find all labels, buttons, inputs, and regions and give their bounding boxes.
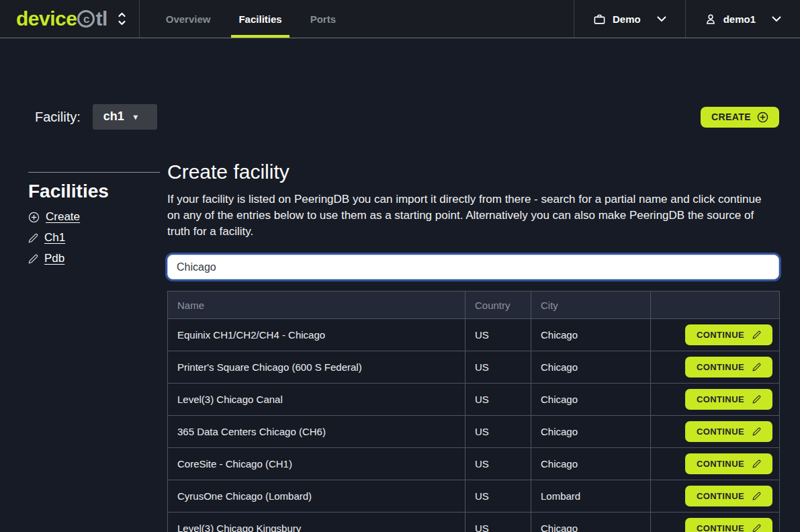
topbar-divider (139, 0, 140, 38)
cell-action: CONTINUE (651, 480, 780, 513)
tab-facilities[interactable]: Facilities (224, 0, 296, 38)
page-description: If your facility is listed on PeeringDB … (167, 191, 772, 240)
table-header-row: Name Country City (168, 292, 780, 319)
main-nav: Overview Facilities Ports (152, 0, 350, 38)
topbar: devicectl Overview Facilities Ports Demo (0, 0, 800, 38)
logo-circled-c-icon: c (77, 10, 95, 28)
cell-action: CONTINUE (651, 351, 780, 384)
continue-button[interactable]: CONTINUE (685, 357, 772, 378)
cell-city: Chicago (531, 319, 651, 351)
sidebar-title: Facilities (28, 181, 160, 202)
continue-button[interactable]: CONTINUE (685, 453, 772, 474)
org-menu-label: Demo (613, 13, 641, 25)
continue-button[interactable]: CONTINUE (685, 324, 772, 345)
cell-city: Lombard (531, 480, 651, 513)
cell-action: CONTINUE (651, 416, 780, 448)
cell-country: US (465, 448, 531, 480)
org-menu[interactable]: Demo (574, 0, 685, 38)
sidebar-item-create[interactable]: Create (28, 210, 160, 224)
pencil-icon (752, 330, 761, 339)
facilities-sidebar: Facilities Create Ch1 Pdb (28, 172, 160, 273)
continue-button[interactable]: CONTINUE (685, 421, 772, 442)
cell-country: US (465, 319, 531, 351)
caret-down-icon: ▾ (134, 112, 138, 122)
cell-name: CyrusOne Chicago (Lombard) (168, 480, 465, 513)
cell-country: US (465, 351, 531, 384)
cell-country: US (465, 480, 531, 513)
cell-country: US (465, 416, 531, 448)
user-menu-label: demo1 (723, 13, 756, 25)
cell-name: Level(3) Chicago Canal (168, 384, 465, 416)
table-row: CyrusOne Chicago (Lombard) US Lombard CO… (168, 480, 780, 513)
person-icon (705, 13, 717, 26)
sidebar-item-label: Ch1 (44, 231, 65, 245)
pencil-icon (752, 363, 761, 371)
facility-select[interactable]: ch1 ▾ (93, 104, 157, 130)
logo-gray-text: tl (95, 7, 107, 30)
column-header-country: Country (465, 292, 531, 319)
plus-circle-icon (28, 212, 40, 223)
cell-country: US (465, 384, 531, 416)
user-menu[interactable]: demo1 (686, 0, 800, 38)
briefcase-icon (593, 13, 606, 26)
page-title: Create facility (167, 161, 779, 183)
column-header-city: City (531, 292, 651, 319)
pencil-icon (752, 427, 761, 436)
cell-action: CONTINUE (651, 384, 780, 416)
cell-country: US (465, 513, 531, 532)
create-facility-panel: Create facility If your facility is list… (167, 161, 779, 532)
chevron-down-icon (657, 16, 666, 22)
cell-name: 365 Data Centers Chicago (CH6) (168, 416, 465, 448)
pencil-icon (752, 395, 761, 404)
plus-circle-icon (757, 112, 768, 123)
facility-results-table: Name Country City Equinix CH1/CH2/CH4 - … (167, 291, 780, 532)
column-header-action (651, 292, 780, 319)
pencil-icon (28, 233, 38, 243)
cell-name: CoreSite - Chicago (CH1) (168, 448, 465, 480)
app-logo[interactable]: devicectl (16, 7, 107, 30)
pencil-icon (752, 524, 761, 532)
sidebar-item-ch1[interactable]: Ch1 (28, 231, 160, 245)
facility-label: Facility: (35, 109, 81, 125)
pencil-icon (28, 254, 38, 264)
table-row: 365 Data Centers Chicago (CH6) US Chicag… (168, 416, 780, 448)
sidebar-divider (28, 172, 160, 173)
pencil-icon (752, 492, 761, 500)
cell-city: Chicago (531, 351, 651, 384)
create-button[interactable]: CREATE (701, 107, 779, 128)
peeringdb-search-input[interactable] (167, 255, 779, 279)
table-row: Level(3) Chicago Canal US Chicago CONTIN… (168, 384, 780, 416)
table-row: Equinix CH1/CH2/CH4 - Chicago US Chicago… (168, 319, 780, 351)
chevron-down-icon (772, 16, 781, 22)
unfold-icon[interactable] (117, 11, 127, 26)
cell-city: Chicago (531, 513, 651, 532)
cell-name: Equinix CH1/CH2/CH4 - Chicago (168, 319, 465, 351)
cell-action: CONTINUE (651, 513, 780, 532)
cell-action: CONTINUE (651, 319, 780, 351)
continue-button[interactable]: CONTINUE (685, 389, 772, 410)
facility-toolbar: Facility: ch1 ▾ CREATE (35, 103, 779, 130)
cell-name: Printer's Square Chicago (600 S Federal) (168, 351, 465, 384)
sidebar-item-label: Create (46, 210, 80, 224)
tab-overview[interactable]: Overview (152, 0, 225, 38)
cell-city: Chicago (531, 384, 651, 416)
sidebar-item-pdb[interactable]: Pdb (28, 252, 160, 265)
facility-select-value: ch1 (103, 109, 124, 124)
table-row: Printer's Square Chicago (600 S Federal)… (168, 351, 780, 384)
continue-button[interactable]: CONTINUE (685, 486, 772, 506)
table-row: Level(3) Chicago Kingsbury US Chicago CO… (168, 513, 780, 532)
column-header-name: Name (168, 292, 465, 319)
cell-name: Level(3) Chicago Kingsbury (168, 513, 465, 532)
facility-table-body: Equinix CH1/CH2/CH4 - Chicago US Chicago… (168, 319, 780, 532)
pencil-icon (752, 459, 761, 468)
table-row: CoreSite - Chicago (CH1) US Chicago CONT… (168, 448, 780, 480)
cell-action: CONTINUE (651, 448, 780, 480)
cell-city: Chicago (531, 416, 651, 448)
cell-city: Chicago (531, 448, 651, 480)
tab-ports[interactable]: Ports (296, 0, 350, 38)
logo-accent-text: device (16, 7, 77, 30)
continue-button[interactable]: CONTINUE (685, 518, 772, 532)
sidebar-item-label: Pdb (44, 252, 64, 265)
